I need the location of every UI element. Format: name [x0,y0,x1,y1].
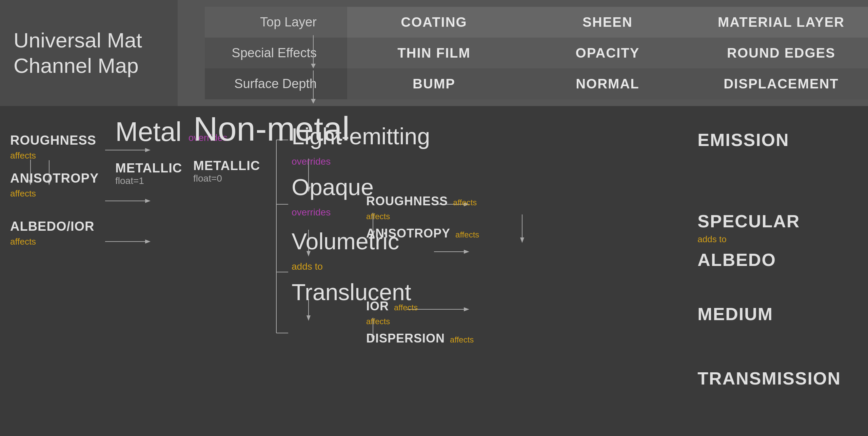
special-effects-label: Special Effects [232,46,317,60]
top-col-row3: BUMP NORMAL DISPLACEMENT [347,68,868,99]
adds-to-label: adds to [292,261,430,272]
svg-marker-3 [311,99,316,104]
surface-depth-label: Surface Depth [234,77,317,91]
ior-section: IOR affects affects DISPERSION affects [366,299,474,346]
col-material-layer: MATERIAL LAYER [718,15,845,29]
right-anisotropy: ANISOTROPY [366,226,450,241]
surface-depth-row: Surface Depth BUMP NORMAL DISPLACEMENT [205,68,868,99]
affects-label-3: affects [10,236,99,247]
left-props: ROUGHNESS affects ANISOTROPY affects ALB… [10,133,99,250]
right-outputs: EMISSION SPECULAR adds to ALBEDO MEDIUM … [697,130,841,389]
title-line1: Universal Mat [14,28,142,52]
metal-label: Metal [115,116,182,147]
light-emitting-label: Light-emitting [292,123,430,149]
right-affects-r: affects [453,198,477,207]
col-sheen: SHEEN [583,15,633,29]
col-round-edges: ROUND EDGES [727,45,835,60]
right-ior: IOR [366,299,389,313]
right-props: ROUGHNESS affects affects ANISOTROPY aff… [366,194,479,241]
affects-label-2: affects [10,188,99,199]
top-col-row2: THIN FILM OPACITY ROUND EDGES [347,38,868,68]
top-col-row1: COATING SHEEN MATERIAL LAYER [347,7,868,38]
right-affects-r2: affects [366,212,479,221]
col-thin-film: THIN FILM [397,45,471,60]
albedo-output: ALBEDO [697,250,841,270]
top-layer-row: Top Layer COATING SHEEN MATERIAL LAYER [205,7,868,38]
overrides-label-1: overrides [292,156,430,167]
right-affects-a: affects [455,230,479,240]
right-affects-i: affects [394,303,418,312]
title-line2: Channel Map [14,54,139,77]
right-affects-d: affects [450,335,474,345]
col-opacity: OPACITY [576,45,640,60]
albedo-ior-label: ALBEDO/IOR [10,219,99,234]
transmission-output: TRANSMISSION [697,368,841,389]
medium-output: MEDIUM [697,304,841,324]
col-coating: COATING [401,15,467,29]
title-panel: Universal Mat Channel Map [0,0,178,106]
right-roughness: ROUGHNESS [366,194,448,208]
header-area: Universal Mat Channel Map Top Layer COAT… [0,0,868,106]
affects-label-1: affects [10,150,99,161]
col-displacement: DISPLACEMENT [724,76,839,91]
adds-to-output: adds to [697,234,841,245]
specular-output: SPECULAR [697,211,841,231]
roughness-label: ROUGHNESS [10,133,99,148]
top-layers-panel: Top Layer COATING SHEEN MATERIAL LAYER S… [178,0,868,106]
col-normal: NORMAL [576,76,639,91]
main-content: ROUGHNESS affects ANISOTROPY affects ALB… [0,106,868,436]
title-text: Universal Mat Channel Map [14,28,142,78]
col-bump: BUMP [413,76,455,91]
anisotropy-label: ANISOTROPY [10,171,99,186]
special-effects-row: Special Effects THIN FILM OPACITY ROUND … [205,38,868,68]
emission-output: EMISSION [697,130,841,150]
right-dispersion: DISPERSION [366,331,445,346]
top-layer-label: Top Layer [260,15,317,29]
right-affects-i2: affects [366,317,474,326]
